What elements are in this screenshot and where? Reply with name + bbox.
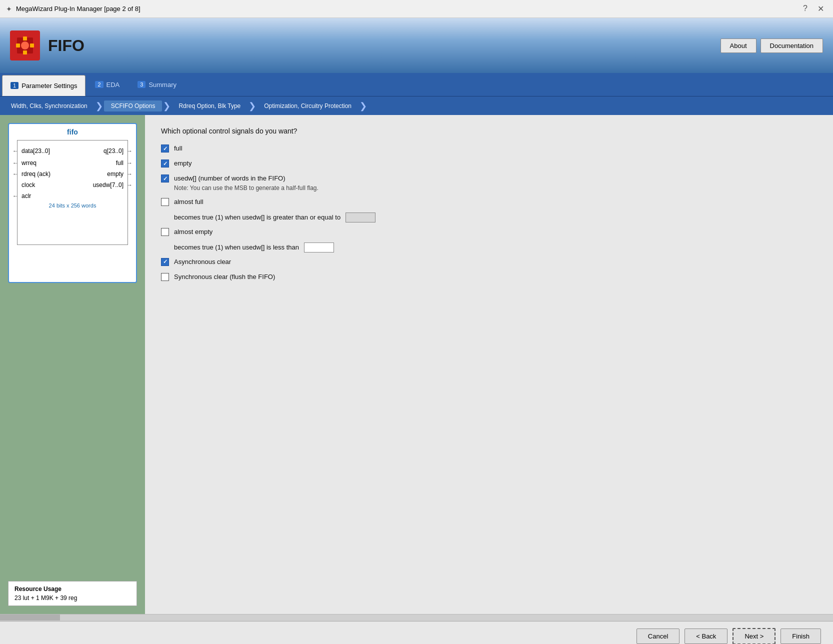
tab-label-3: Summary (148, 81, 176, 88)
option-almost-full-label: almost full (174, 198, 204, 206)
checkbox-sync-clear[interactable] (161, 273, 169, 281)
option-sync-clear-row: Synchronous clear (flush the FIFO) (161, 272, 817, 282)
option-sync-clear-label: Synchronous clear (flush the FIFO) (174, 272, 275, 282)
right-panel: Which optional control signals do you wa… (145, 115, 833, 614)
svg-point-2 (21, 42, 29, 50)
bottom-bar: Cancel < Back Next > Finish (0, 621, 833, 644)
subnav-width-clks[interactable]: Width, Clks, Synchronization (4, 100, 94, 112)
finish-button[interactable]: Finish (780, 628, 821, 644)
subnav-optimization[interactable]: Optimization, Circuitry Protection (257, 100, 358, 112)
tab-parameter-settings[interactable]: 1 Parameter Settings (2, 75, 86, 96)
tabs-row: 1 Parameter Settings 2 EDA 3 Summary (0, 73, 833, 96)
fifo-diagram: fifo ← data[23..0] q[23..0] → ← wrreq fu… (8, 123, 137, 283)
about-button[interactable]: About (720, 38, 756, 53)
option-full-label: full (174, 144, 182, 153)
option-usedw-label: usedw[] (number of words in the FIFO) (174, 174, 318, 183)
signal-data: ← data[23..0] q[23..0] → (22, 148, 124, 154)
next-button[interactable]: Next > (732, 628, 776, 644)
signal-data-label: data[23..0] (22, 148, 50, 154)
app-icon: ✦ (6, 5, 12, 13)
header-buttons: About Documentation (720, 38, 823, 53)
signal-full-label: full (116, 160, 124, 166)
option-empty-row: empty (161, 159, 817, 168)
almost-full-suboption: becomes true (1) when usedw[] is greater… (174, 212, 817, 222)
tab-num-2: 2 (95, 81, 103, 88)
signal-aclr-label: aclr (22, 192, 31, 200)
tab-num-1: 1 (10, 82, 18, 89)
signal-q-label: q[23..0] (104, 148, 124, 154)
svg-rect-5 (16, 44, 20, 48)
signal-wrreq: ← wrreq full → (22, 160, 124, 166)
option-usedw-row: usedw[] (number of words in the FIFO) No… (161, 174, 817, 191)
almost-full-input[interactable] (346, 212, 376, 222)
option-almost-full-row: almost full (161, 198, 817, 206)
help-button[interactable]: ? (800, 4, 810, 14)
resource-usage-title: Resource Usage (14, 586, 130, 592)
subnav-arrow-2: ❯ (163, 100, 170, 112)
subnav-arrow-3: ❯ (248, 100, 256, 112)
almost-empty-text: becomes true (1) when usedw[] is less th… (174, 244, 299, 251)
documentation-button[interactable]: Documentation (760, 38, 823, 53)
checkbox-async-clear[interactable] (161, 258, 169, 266)
scroll-indicator (0, 614, 833, 621)
option-usedw-sublabel: Note: You can use the MSB to generate a … (174, 184, 318, 192)
header-left: FIFO (10, 30, 84, 60)
signal-clock-label: clock (22, 182, 35, 188)
signal-usedw: clock usedw[7..0] → (22, 182, 124, 188)
option-async-clear-label: Asynchronous clear (174, 258, 231, 266)
resource-usage: Resource Usage 23 lut + 1 M9K + 39 reg (8, 581, 137, 606)
logo-icon (12, 32, 38, 58)
svg-rect-6 (30, 44, 34, 48)
checkbox-almost-empty[interactable] (161, 228, 169, 236)
svg-rect-3 (23, 36, 27, 40)
option-full-row: full (161, 144, 817, 153)
option-usedw-content: usedw[] (number of words in the FIFO) No… (174, 174, 318, 191)
header-title: FIFO (48, 36, 84, 55)
signal-rdreq: ← rdreq (ack) empty → (22, 170, 124, 178)
left-panel: fifo ← data[23..0] q[23..0] → ← wrreq fu… (0, 115, 145, 614)
window-controls: ? ✕ (800, 4, 827, 14)
signal-empty-label: empty (107, 170, 124, 178)
window-title: MegaWizard Plug-In Manager [page 2 of 8] (16, 5, 800, 12)
tab-summary[interactable]: 3 Summary (129, 73, 185, 96)
almost-full-text: becomes true (1) when usedw[] is greater… (174, 214, 340, 221)
option-empty-label: empty (174, 159, 192, 168)
tab-label-2: EDA (106, 81, 120, 88)
cancel-button[interactable]: Cancel (636, 628, 680, 644)
tab-eda[interactable]: 2 EDA (86, 73, 128, 96)
sub-nav: Width, Clks, Synchronization ❯ SCFIFO Op… (0, 96, 833, 115)
subnav-arrow-1: ❯ (96, 100, 103, 112)
subnav-label-3: Rdreq Option, Blk Type (178, 102, 240, 110)
close-button[interactable]: ✕ (814, 4, 827, 14)
main-content: fifo ← data[23..0] q[23..0] → ← wrreq fu… (0, 115, 833, 614)
signal-aclr: ← aclr (22, 192, 124, 200)
signal-rdreq-label: rdreq (ack) (22, 170, 50, 178)
subnav-label-4: Optimization, Circuitry Protection (264, 102, 352, 110)
tab-num-3: 3 (138, 81, 146, 88)
checkbox-usedw[interactable] (161, 174, 169, 182)
fifo-logo (10, 30, 40, 60)
checkbox-empty[interactable] (161, 160, 169, 168)
subnav-label-1: Width, Clks, Synchronization (11, 102, 88, 110)
subnav-label-2: SCFIFO Options (111, 102, 156, 110)
subnav-arrow-4: ❯ (360, 100, 367, 112)
back-button[interactable]: < Back (684, 628, 728, 644)
option-almost-empty-row: almost empty (161, 228, 817, 236)
option-async-clear-row: Asynchronous clear (161, 258, 817, 266)
question-text: Which optional control signals do you wa… (161, 127, 817, 135)
almost-empty-input[interactable] (304, 242, 334, 252)
checkbox-full[interactable] (161, 144, 169, 152)
signal-usedw-label: usedw[7..0] (93, 182, 124, 188)
signal-wrreq-label: wrreq (22, 160, 36, 166)
fifo-diagram-title: fifo (13, 128, 132, 136)
fifo-dim-text: 24 bits x 256 words (22, 202, 124, 208)
title-bar: ✦ MegaWizard Plug-In Manager [page 2 of … (0, 0, 833, 18)
subnav-scfifo-options[interactable]: SCFIFO Options (104, 100, 162, 112)
option-almost-empty-label: almost empty (174, 228, 212, 236)
tab-label-1: Parameter Settings (22, 82, 77, 90)
resource-usage-value: 23 lut + 1 M9K + 39 reg (14, 594, 130, 602)
almost-empty-suboption: becomes true (1) when usedw[] is less th… (174, 242, 817, 252)
svg-rect-4 (23, 50, 27, 54)
subnav-rdreq-option[interactable]: Rdreq Option, Blk Type (172, 100, 248, 112)
checkbox-almost-full[interactable] (161, 198, 169, 206)
